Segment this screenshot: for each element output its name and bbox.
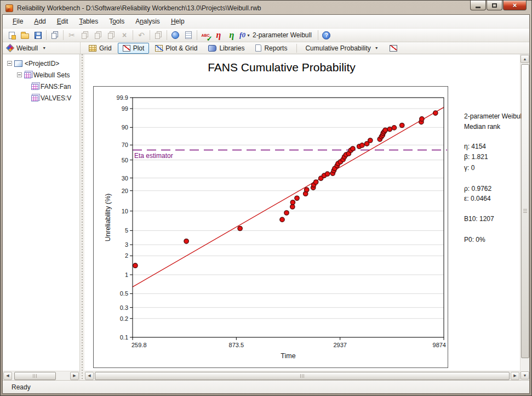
grid-view-button[interactable]: Grid xyxy=(84,43,117,54)
close-button[interactable]: × xyxy=(503,1,527,10)
properties-button[interactable] xyxy=(182,29,195,41)
menu-help[interactable]: Help xyxy=(165,16,190,27)
y-tick-label: 0.3 xyxy=(120,304,128,311)
weibull-set-icon xyxy=(24,72,31,78)
dropdown-caret-icon: ▼ xyxy=(247,33,250,37)
plot-and-grid-view-button[interactable]: Plot & Grid xyxy=(150,43,202,54)
toolbar-separator xyxy=(63,30,64,40)
tree-item-label: <ProjectID> xyxy=(25,60,59,67)
scroll-left-button[interactable]: ◀ xyxy=(3,372,12,380)
scrollbar-track[interactable] xyxy=(521,64,529,370)
spell-check-icon: ABC✓ xyxy=(201,33,209,37)
undo-button[interactable]: ↶ xyxy=(135,29,148,41)
y-tick-label: 99 xyxy=(122,105,128,112)
tree-item-label: VALVES:V xyxy=(41,94,71,102)
data-point xyxy=(383,128,387,132)
p0-value: P0: 0% xyxy=(464,236,485,244)
y-tick-label: 20 xyxy=(122,188,128,194)
current-model-label: 2-parameter Weibull xyxy=(253,31,312,39)
eta-green-button[interactable]: η xyxy=(225,29,238,41)
scrollbar-track[interactable] xyxy=(95,372,510,380)
scroll-up-button[interactable]: ▲ xyxy=(520,55,529,63)
paste-button[interactable] xyxy=(91,29,105,41)
copy-icon xyxy=(82,33,87,39)
maximize-button[interactable] xyxy=(487,1,502,10)
function-icon: f0 xyxy=(239,31,245,39)
titlebar[interactable]: Reliability Workbench - D:\Software\Reli… xyxy=(2,2,530,14)
dropdown-caret-icon: ▼ xyxy=(42,46,46,50)
scrollbar-thumb[interactable] xyxy=(521,64,529,358)
module-dropdown[interactable]: Weibull ▼ xyxy=(3,42,81,54)
menu-edit[interactable]: Edit xyxy=(52,16,74,27)
plot-type-dropdown[interactable]: Cumulative Probability▼ xyxy=(300,43,383,54)
libraries-icon xyxy=(208,45,216,52)
copy-button[interactable] xyxy=(78,29,91,41)
collapse-icon[interactable] xyxy=(17,72,22,77)
data-point xyxy=(368,138,373,143)
spell-check-button[interactable]: ABC✓ xyxy=(199,29,212,41)
cut-button[interactable]: ✂ xyxy=(65,29,78,41)
beta-value: β: 1.821 xyxy=(464,153,488,161)
weibull-set-icon xyxy=(31,84,38,90)
y-tick-label: 0.1 xyxy=(120,334,128,341)
plot-options-button[interactable] xyxy=(385,43,402,53)
app-icon xyxy=(5,4,13,12)
tree-item-weibull-sets[interactable]: Weibull Sets xyxy=(3,69,79,81)
help-button[interactable]: ? xyxy=(320,29,333,41)
internet-button[interactable] xyxy=(169,29,182,41)
function-dropdown-button[interactable]: f0▼ xyxy=(238,29,251,41)
paste-special-button[interactable] xyxy=(105,29,118,41)
client-area: File Add Edit Tables Tools Analysis Help… xyxy=(2,14,530,394)
y-tick-label: 5 xyxy=(125,227,128,234)
paste-special-icon xyxy=(108,33,113,39)
dropdown-caret-icon: ▼ xyxy=(375,46,379,50)
menu-analysis[interactable]: Analysis xyxy=(130,16,165,27)
app-window: Reliability Workbench - D:\Software\Reli… xyxy=(0,0,532,396)
y-tick-label: 90 xyxy=(122,124,128,131)
copy-pages-button[interactable] xyxy=(48,29,61,41)
scroll-right-button[interactable]: ▶ xyxy=(70,372,79,380)
minimize-button[interactable] xyxy=(470,1,486,10)
scroll-down-button[interactable]: ▼ xyxy=(520,371,529,380)
collapse-icon[interactable] xyxy=(7,61,12,66)
data-point xyxy=(305,188,309,192)
eta-red-button[interactable]: η xyxy=(212,29,225,41)
scrollbar-thumb[interactable] xyxy=(95,372,510,380)
tree-item-fans[interactable]: FANS:Fan xyxy=(3,81,79,92)
reports-label: Reports xyxy=(264,44,287,52)
menu-tools[interactable]: Tools xyxy=(104,16,130,27)
new-button[interactable] xyxy=(5,29,18,41)
tree-item-project[interactable]: <ProjectID> xyxy=(3,58,79,69)
scrollbar-thumb[interactable] xyxy=(14,372,56,380)
delete-icon: × xyxy=(122,31,127,39)
y-tick-label: 3 xyxy=(125,241,128,248)
eta-value: η: 4154 xyxy=(464,143,486,150)
tree-item-valves[interactable]: VALVES:V xyxy=(3,92,79,104)
delete-button[interactable]: × xyxy=(118,29,131,41)
minimize-icon xyxy=(476,7,480,8)
menu-file[interactable]: File xyxy=(7,16,28,27)
reports-button[interactable]: Reports xyxy=(250,43,292,54)
menu-tables[interactable]: Tables xyxy=(73,16,104,27)
open-button[interactable] xyxy=(18,29,31,41)
scroll-right-button[interactable]: ▶ xyxy=(511,372,519,380)
toolbar-separator xyxy=(296,44,297,53)
plot-view-button[interactable]: Plot xyxy=(118,43,150,54)
panel-splitter[interactable] xyxy=(80,54,84,380)
scrollbar-grip-icon xyxy=(33,374,37,378)
main-area: <ProjectID> Weibull Sets FANS:Fan VALVES… xyxy=(3,54,529,380)
save-button[interactable] xyxy=(31,29,44,41)
y-tick-label: 2 xyxy=(125,252,128,259)
scrollbar-track[interactable] xyxy=(13,372,69,380)
x-tick-label: 2937 xyxy=(333,342,346,348)
view-toolbar: Grid Plot Plot & Grid Libraries Reports … xyxy=(81,42,529,54)
scroll-left-button[interactable]: ◀ xyxy=(85,372,94,380)
menu-add[interactable]: Add xyxy=(28,16,51,27)
fit-method-label: Median rank xyxy=(464,123,500,131)
data-point xyxy=(392,126,396,130)
duplicate-button[interactable] xyxy=(152,29,165,41)
x-tick-label: 259.8 xyxy=(131,342,147,348)
libraries-button[interactable]: Libraries xyxy=(203,43,249,54)
module-dropdown-label: Weibull xyxy=(16,44,38,52)
toolbar-separator xyxy=(46,30,47,40)
